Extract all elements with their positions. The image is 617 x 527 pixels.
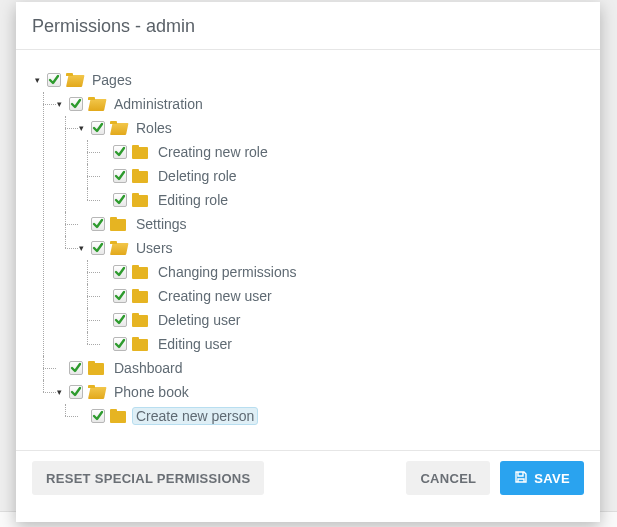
folder-open-icon — [110, 121, 126, 135]
folder-icon — [110, 409, 126, 423]
tree-label[interactable]: Editing role — [154, 191, 232, 209]
tree-row-administration[interactable]: ▾ Administration — [54, 92, 584, 116]
tree-row-pages[interactable]: ▾ Pages — [32, 68, 584, 92]
checkbox[interactable] — [113, 193, 127, 207]
checkbox[interactable] — [113, 265, 127, 279]
button-label: RESET SPECIAL PERMISSIONS — [46, 471, 250, 486]
checkbox[interactable] — [113, 313, 127, 327]
tree-row[interactable]: Editing role — [98, 188, 584, 212]
tree-label[interactable]: Editing user — [154, 335, 236, 353]
checkbox-pages[interactable] — [47, 73, 61, 87]
folder-icon — [88, 361, 104, 375]
tree-label[interactable]: Creating new user — [154, 287, 276, 305]
tree-row[interactable]: Editing user — [98, 332, 584, 356]
tree-row[interactable]: Deleting role — [98, 164, 584, 188]
checkbox-dashboard[interactable] — [69, 361, 83, 375]
button-label: SAVE — [534, 471, 570, 486]
tree-label[interactable]: Administration — [110, 95, 207, 113]
tree-node-dashboard: Dashboard — [54, 356, 584, 380]
save-icon — [514, 470, 528, 487]
expand-toggle-icon[interactable]: ▾ — [76, 123, 86, 133]
reset-special-permissions-button[interactable]: RESET SPECIAL PERMISSIONS — [32, 461, 264, 495]
tree-label[interactable]: Deleting user — [154, 311, 245, 329]
checkbox-administration[interactable] — [69, 97, 83, 111]
permissions-modal: Permissions - admin ▾ Pages ▾ — [16, 2, 600, 522]
folder-icon — [132, 313, 148, 327]
tree-row[interactable]: Creating new role — [98, 140, 584, 164]
modal-header: Permissions - admin — [16, 2, 600, 50]
checkbox[interactable] — [113, 337, 127, 351]
folder-icon — [132, 145, 148, 159]
tree-node-creating-new-role: Creating new role — [98, 140, 584, 164]
folder-icon — [132, 169, 148, 183]
folder-open-icon — [88, 385, 104, 399]
tree-node-administration: ▾ Administration ▾ — [54, 92, 584, 356]
tree-node-users: ▾ Users — [76, 236, 584, 356]
tree-row-dashboard[interactable]: Dashboard — [54, 356, 584, 380]
folder-open-icon — [110, 241, 126, 255]
tree-node-phone-book: ▾ Phone book — [54, 380, 584, 428]
tree-label[interactable]: Dashboard — [110, 359, 187, 377]
checkbox-roles[interactable] — [91, 121, 105, 135]
folder-open-icon — [88, 97, 104, 111]
tree-label[interactable]: Roles — [132, 119, 176, 137]
tree-label[interactable]: Phone book — [110, 383, 193, 401]
checkbox[interactable] — [113, 289, 127, 303]
checkbox-phone-book[interactable] — [69, 385, 83, 399]
checkbox-settings[interactable] — [91, 217, 105, 231]
checkbox[interactable] — [113, 145, 127, 159]
modal-title: Permissions - admin — [32, 16, 195, 36]
tree-row[interactable]: Creating new user — [98, 284, 584, 308]
checkbox[interactable] — [91, 409, 105, 423]
tree-node-editing-role: Editing role — [98, 188, 584, 212]
expand-toggle-icon[interactable]: ▾ — [54, 387, 64, 397]
tree-row-settings[interactable]: Settings — [76, 212, 584, 236]
save-button[interactable]: SAVE — [500, 461, 584, 495]
tree-node-changing-permissions: Changing permissions — [98, 260, 584, 284]
expand-toggle-icon[interactable]: ▾ — [54, 99, 64, 109]
tree-label[interactable]: Creating new role — [154, 143, 272, 161]
tree-label-selected[interactable]: Create new person — [132, 407, 258, 425]
tree-node-deleting-role: Deleting role — [98, 164, 584, 188]
tree-node-settings: Settings — [76, 212, 584, 236]
modal-footer: RESET SPECIAL PERMISSIONS CANCEL SAVE — [16, 450, 600, 505]
tree-node-create-new-person: Create new person — [76, 404, 584, 428]
tree-node-creating-new-user: Creating new user — [98, 284, 584, 308]
checkbox-users[interactable] — [91, 241, 105, 255]
button-label: CANCEL — [420, 471, 476, 486]
tree-row[interactable]: Changing permissions — [98, 260, 584, 284]
folder-icon — [132, 265, 148, 279]
tree-node-editing-user: Editing user — [98, 332, 584, 356]
checkbox[interactable] — [113, 169, 127, 183]
tree-row[interactable]: Deleting user — [98, 308, 584, 332]
tree-label[interactable]: Changing permissions — [154, 263, 301, 281]
modal-body: ▾ Pages ▾ A — [16, 50, 600, 450]
tree-label[interactable]: Pages — [88, 71, 136, 89]
tree-node-pages: ▾ Pages ▾ A — [32, 68, 584, 428]
folder-icon — [110, 217, 126, 231]
tree-node-deleting-user: Deleting user — [98, 308, 584, 332]
folder-icon — [132, 337, 148, 351]
tree-node-roles: ▾ Roles — [76, 116, 584, 212]
tree-label[interactable]: Settings — [132, 215, 191, 233]
tree-row-users[interactable]: ▾ Users — [76, 236, 584, 260]
folder-icon — [132, 193, 148, 207]
folder-icon — [132, 289, 148, 303]
expand-toggle-icon[interactable]: ▾ — [32, 75, 42, 85]
cancel-button[interactable]: CANCEL — [406, 461, 490, 495]
tree-row-roles[interactable]: ▾ Roles — [76, 116, 584, 140]
folder-open-icon — [66, 73, 82, 87]
tree-label[interactable]: Users — [132, 239, 177, 257]
permissions-tree: ▾ Pages ▾ A — [32, 68, 584, 428]
expand-toggle-icon[interactable]: ▾ — [76, 243, 86, 253]
tree-row[interactable]: Create new person — [76, 404, 584, 428]
tree-row-phone-book[interactable]: ▾ Phone book — [54, 380, 584, 404]
tree-label[interactable]: Deleting role — [154, 167, 241, 185]
